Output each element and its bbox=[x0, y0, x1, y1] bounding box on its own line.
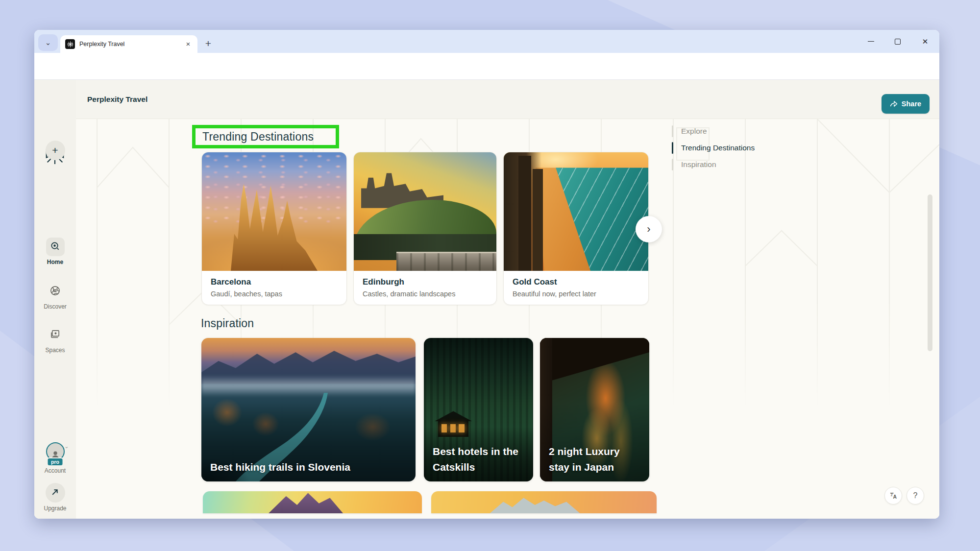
gold-coast-image bbox=[504, 152, 648, 271]
inspiration-card-japan[interactable]: 2 night Luxury stay in Japan bbox=[540, 338, 649, 481]
chevron-down-icon: ⌄ bbox=[64, 443, 69, 450]
inspiration-caption: Best hotels in the Catskills bbox=[433, 444, 526, 476]
share-button[interactable]: Share bbox=[882, 94, 930, 114]
card-title: Barcelona bbox=[211, 277, 338, 287]
translate-button[interactable]: z A bbox=[884, 487, 902, 504]
toc-bar bbox=[672, 125, 673, 137]
sidebar-item-upgrade[interactable]: Upgrade bbox=[34, 483, 76, 512]
svg-text:A: A bbox=[893, 494, 897, 500]
home-search-icon bbox=[49, 240, 61, 254]
sidebar-item-label: Discover bbox=[44, 303, 67, 310]
close-icon: ✕ bbox=[922, 37, 929, 46]
sidebar-item-label: Home bbox=[47, 259, 63, 265]
tab-search-button[interactable]: ⌄ bbox=[38, 34, 58, 51]
help-button[interactable]: ? bbox=[906, 487, 924, 504]
chevron-down-icon: ⌄ bbox=[45, 38, 51, 47]
inspiration-card-slovenia[interactable]: Best hiking trails in Slovenia bbox=[201, 338, 416, 481]
toc-bar bbox=[672, 142, 673, 154]
page-scrollbar[interactable] bbox=[928, 194, 932, 351]
share-icon bbox=[890, 100, 898, 108]
perplexity-favicon bbox=[65, 39, 75, 49]
destination-card-barcelona[interactable]: Barcelona Gaudí, beaches, tapas bbox=[201, 152, 347, 305]
annotation-highlight-box: Trending Destinations bbox=[192, 125, 339, 148]
card-subtitle: Beautiful now, perfect later bbox=[513, 290, 639, 298]
minimize-icon bbox=[868, 41, 874, 42]
carousel-next-button[interactable]: › bbox=[636, 216, 662, 242]
tab-close-icon[interactable]: × bbox=[184, 40, 193, 48]
trending-destinations-heading: Trending Destinations bbox=[202, 130, 314, 144]
spaces-icon bbox=[49, 329, 61, 342]
destination-card-edinburgh[interactable]: Edinburgh Castles, dramatic landscapes bbox=[353, 152, 497, 305]
question-icon: ? bbox=[913, 491, 918, 500]
sidebar-item-account[interactable]: ⌄ pro Account bbox=[34, 442, 76, 474]
page-title: Perplexity Travel bbox=[87, 95, 147, 104]
toc-item-explore[interactable]: Explore bbox=[672, 123, 755, 140]
browser-tab[interactable]: Perplexity Travel × bbox=[60, 35, 197, 53]
card-title: Gold Coast bbox=[513, 277, 639, 287]
inspiration-card-catskills[interactable]: Best hotels in the Catskills bbox=[424, 338, 533, 481]
sidebar-item-spaces[interactable]: Spaces bbox=[34, 326, 76, 354]
translate-icon: z A bbox=[889, 492, 898, 500]
sidebar-item-label: Upgrade bbox=[44, 505, 66, 512]
sidebar-item-discover[interactable]: Discover bbox=[34, 282, 76, 310]
browser-toolbar: perplexity.ai/travel ☆ ⋮ bbox=[34, 53, 939, 80]
inspiration-heading: Inspiration bbox=[201, 317, 254, 330]
window-close-button[interactable]: ✕ bbox=[914, 30, 936, 53]
new-tab-button[interactable]: + bbox=[201, 36, 216, 51]
sidebar-item-label: Account bbox=[45, 467, 66, 474]
chevron-right-icon: › bbox=[647, 223, 650, 236]
app-header: Perplexity Travel Share bbox=[76, 80, 939, 119]
inspiration-caption: 2 night Luxury stay in Japan bbox=[549, 444, 642, 476]
window-minimize-button[interactable] bbox=[859, 30, 882, 53]
card-subtitle: Gaudí, beaches, tapas bbox=[211, 290, 338, 298]
plus-icon: + bbox=[52, 144, 58, 156]
sidebar: + Home Discover bbox=[34, 80, 76, 519]
perplexity-app: + Home Discover bbox=[34, 80, 939, 519]
svg-text:z: z bbox=[890, 492, 892, 497]
share-label: Share bbox=[902, 100, 921, 108]
inspiration-card-partial-2[interactable] bbox=[431, 491, 657, 513]
upgrade-arrow-icon bbox=[51, 488, 59, 498]
desktop: ⌄ Perplexity Travel × + ✕ bbox=[0, 0, 980, 551]
page-toc: Explore Trending Destinations Inspiratio… bbox=[672, 123, 755, 173]
inspiration-heading-wrap: Inspiration bbox=[201, 317, 254, 330]
inspiration-caption: Best hiking trails in Slovenia bbox=[210, 459, 409, 476]
card-subtitle: Castles, dramatic landscapes bbox=[363, 290, 488, 298]
new-thread-button[interactable]: + bbox=[34, 141, 76, 160]
browser-window: ⌄ Perplexity Travel × + ✕ bbox=[34, 30, 939, 519]
toc-item-inspiration[interactable]: Inspiration bbox=[672, 156, 755, 173]
tab-title: Perplexity Travel bbox=[79, 41, 184, 48]
inspiration-card-partial-1[interactable] bbox=[203, 491, 422, 513]
tab-strip: ⌄ Perplexity Travel × + ✕ bbox=[34, 30, 939, 53]
toc-item-trending-destinations[interactable]: Trending Destinations bbox=[672, 140, 755, 156]
barcelona-image bbox=[202, 152, 346, 271]
pro-badge: pro bbox=[47, 457, 64, 466]
plus-icon: + bbox=[205, 38, 211, 49]
toc-bar bbox=[672, 159, 673, 170]
destination-card-gold-coast[interactable]: Gold Coast Beautiful now, perfect later bbox=[503, 152, 649, 305]
discover-globe-icon bbox=[49, 285, 61, 298]
restore-icon bbox=[895, 39, 901, 45]
main-content: Perplexity Travel Share bbox=[76, 80, 939, 519]
sidebar-item-label: Spaces bbox=[45, 347, 65, 354]
window-restore-button[interactable] bbox=[886, 30, 909, 53]
edinburgh-image bbox=[354, 152, 496, 271]
card-title: Edinburgh bbox=[363, 277, 488, 287]
travel-page: Explore Trending Destinations Inspiratio… bbox=[76, 119, 939, 519]
sidebar-item-home[interactable]: Home bbox=[34, 238, 76, 265]
